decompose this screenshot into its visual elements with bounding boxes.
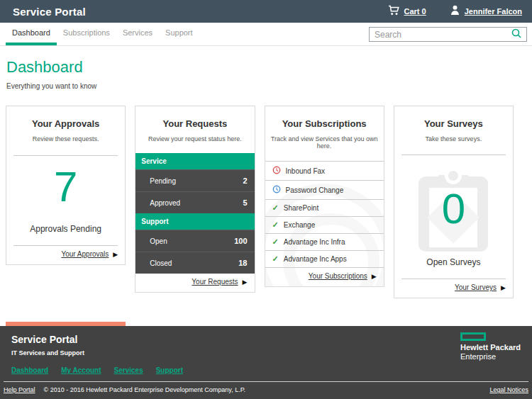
approvals-card-title: Your Approvals bbox=[6, 118, 125, 129]
list-item[interactable]: ✓ SharePoint bbox=[265, 200, 384, 217]
request-row-label: Approved bbox=[150, 199, 180, 207]
request-row-value: 5 bbox=[243, 198, 247, 207]
cart-icon bbox=[388, 5, 399, 18]
subscriptions-card-subtitle: Track and view Services that you own her… bbox=[265, 135, 384, 150]
approvals-link[interactable]: Your Approvals bbox=[61, 250, 109, 258]
list-item[interactable]: ✓ Advantage Inc Infra bbox=[265, 234, 384, 251]
footer-main: Service Portal IT Services and Support D… bbox=[0, 326, 532, 374]
footer-links: Dashboard My Account Services Support bbox=[11, 366, 521, 374]
clipboard-icon: 0 bbox=[394, 164, 513, 254]
requests-card-title: Your Requests bbox=[135, 118, 254, 129]
surveys-count: 0 bbox=[442, 188, 465, 230]
footer-bottom-bar: Help Portal © 2010 - 2016 Hewlett Packar… bbox=[0, 382, 532, 399]
footer-link-dashboard[interactable]: Dashboard bbox=[11, 366, 48, 374]
check-green-icon: ✓ bbox=[272, 255, 279, 263]
footer-link-support[interactable]: Support bbox=[156, 366, 183, 374]
subscription-label: Inbound Fax bbox=[286, 167, 326, 175]
approvals-card: Your Approvals Review these requests. 7 … bbox=[6, 106, 126, 265]
approvals-count: 7 bbox=[6, 166, 125, 208]
request-row-label: Pending bbox=[150, 177, 176, 185]
requests-card-subtitle: Review your request status here. bbox=[135, 135, 254, 142]
footer-link-my-account[interactable]: My Account bbox=[61, 366, 101, 374]
requests-table: Service Pending 2 Approved 5 Support Ope… bbox=[135, 153, 254, 274]
subscriptions-list: Inbound Fax Password Change ✓ SharePoint… bbox=[265, 161, 384, 268]
play-arrow-icon: ▶ bbox=[243, 279, 248, 286]
subscription-label: Exchange bbox=[284, 221, 315, 229]
tab-subscriptions[interactable]: Subscriptions bbox=[57, 23, 116, 45]
approvals-link-row: Your Approvals ▶ bbox=[6, 246, 125, 264]
check-green-icon: ✓ bbox=[272, 204, 279, 212]
requests-group-header: Service bbox=[135, 153, 254, 169]
table-row[interactable]: Pending 2 bbox=[135, 169, 254, 191]
surveys-link[interactable]: Your Surveys bbox=[455, 283, 497, 291]
requests-group-header: Support bbox=[135, 213, 254, 230]
search-box[interactable] bbox=[369, 27, 527, 42]
list-item[interactable]: ✓ Advantage Inc Apps bbox=[265, 251, 384, 268]
header-actions: Cart 0 Jennifer Falcon bbox=[388, 5, 522, 18]
subscription-label: Advantage Inc Infra bbox=[284, 238, 345, 246]
surveys-card-title: Your Surveys bbox=[394, 118, 513, 129]
footer-link-services[interactable]: Services bbox=[114, 366, 143, 374]
surveys-card-subtitle: Take these surveys. bbox=[394, 135, 513, 142]
footer-subtitle: IT Services and Support bbox=[11, 349, 521, 356]
copyright-text: © 2010 - 2016 Hewlett Packard Enterprise… bbox=[44, 386, 245, 393]
help-portal-link[interactable]: Help Portal bbox=[4, 386, 35, 393]
page-footer: Service Portal IT Services and Support D… bbox=[0, 326, 532, 399]
user-icon bbox=[450, 5, 460, 18]
table-row[interactable]: Open 100 bbox=[135, 230, 254, 252]
divider bbox=[13, 155, 118, 156]
request-row-label: Closed bbox=[150, 259, 172, 267]
request-row-value: 2 bbox=[243, 176, 247, 185]
footer-title: Service Portal bbox=[11, 334, 521, 345]
hpe-logo-line2: Enterprise bbox=[460, 352, 521, 361]
table-row[interactable]: Approved 5 bbox=[135, 191, 254, 213]
requests-card: Your Requests Review your request status… bbox=[135, 106, 255, 293]
surveys-card: Your Surveys Take these surveys. 0 Open … bbox=[394, 106, 514, 298]
app-title: Service Portal bbox=[13, 6, 86, 18]
list-item[interactable]: Inbound Fax bbox=[265, 162, 384, 181]
legal-notices-link[interactable]: Legal Notices bbox=[489, 386, 528, 393]
surveys-count-label: Open Surveys bbox=[394, 257, 513, 267]
divider bbox=[401, 154, 506, 155]
tab-support[interactable]: Support bbox=[159, 23, 199, 45]
hpe-logo: Hewlett Packard Enterprise bbox=[460, 332, 521, 361]
cart-label[interactable]: Cart 0 bbox=[404, 7, 426, 16]
page-subtitle: Everything you want to know bbox=[6, 82, 532, 90]
list-item[interactable]: ✓ Exchange bbox=[265, 217, 384, 234]
page-title: Dashboard bbox=[6, 58, 532, 77]
search-icon[interactable] bbox=[511, 28, 521, 41]
subscription-label: Password Change bbox=[286, 186, 344, 194]
cart-button[interactable]: Cart 0 bbox=[388, 5, 426, 18]
check-green-icon: ✓ bbox=[272, 221, 279, 229]
table-row[interactable]: Closed 18 bbox=[135, 252, 254, 274]
tab-services[interactable]: Services bbox=[116, 23, 159, 45]
user-name[interactable]: Jennifer Falcon bbox=[465, 7, 522, 16]
request-row-label: Open bbox=[150, 237, 167, 245]
surveys-link-row: Your Surveys ▶ bbox=[394, 279, 513, 298]
play-arrow-icon: ▶ bbox=[372, 273, 377, 280]
list-item[interactable]: Password Change bbox=[265, 181, 384, 200]
request-row-value: 100 bbox=[234, 237, 247, 245]
main-nav: Dashboard Subscriptions Services Support bbox=[0, 23, 532, 46]
request-row-value: 18 bbox=[238, 259, 247, 267]
clock-red-icon bbox=[272, 166, 281, 176]
check-green-icon: ✓ bbox=[272, 238, 279, 246]
user-menu-button[interactable]: Jennifer Falcon bbox=[450, 5, 522, 18]
tab-dashboard[interactable]: Dashboard bbox=[6, 23, 57, 45]
requests-link[interactable]: Your Requests bbox=[192, 278, 238, 286]
main-content: Dashboard Everything you want to know Yo… bbox=[0, 46, 532, 326]
subscriptions-link[interactable]: Your Subscriptions bbox=[309, 272, 367, 280]
subscriptions-link-row: Your Subscriptions ▶ bbox=[265, 268, 384, 286]
subscription-label: SharePoint bbox=[284, 204, 318, 212]
approvals-count-label: Approvals Pending bbox=[6, 224, 125, 234]
clock-blue-icon bbox=[272, 185, 281, 195]
subscription-label: Advantage Inc Apps bbox=[284, 255, 347, 263]
search-input[interactable] bbox=[375, 30, 511, 40]
requests-link-row: Your Requests ▶ bbox=[135, 274, 254, 292]
play-arrow-icon: ▶ bbox=[501, 284, 506, 291]
subscriptions-card: Your Subscriptions Track and view Servic… bbox=[265, 106, 384, 287]
top-header-bar: Service Portal Cart 0 Jennifer Falcon bbox=[0, 0, 532, 23]
hpe-logo-line1: Hewlett Packard bbox=[460, 343, 521, 352]
play-arrow-icon: ▶ bbox=[113, 251, 118, 258]
subscriptions-card-title: Your Subscriptions bbox=[265, 118, 384, 129]
